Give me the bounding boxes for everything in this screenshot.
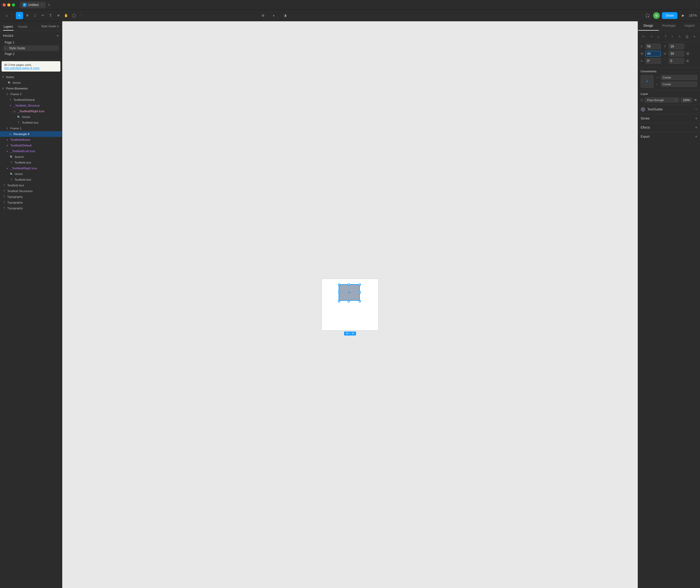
h-input[interactable]: [669, 51, 684, 57]
handle-bottom-left[interactable]: [338, 300, 340, 302]
layer-tf-text-3[interactable]: T Textfield text: [0, 177, 62, 183]
y-input[interactable]: [669, 44, 684, 49]
align-center-h[interactable]: ⊣: [648, 33, 654, 40]
frame-tool[interactable]: ⊞: [24, 12, 31, 19]
expand-corners-btn[interactable]: ⊞: [686, 59, 689, 63]
constraint-h-dropdown[interactable]: Center Left Right Scale: [661, 75, 697, 80]
layer-typography-3[interactable]: T Typography: [0, 205, 62, 211]
pen-tool[interactable]: ✏: [39, 12, 46, 19]
layer-typography-2[interactable]: T Typography: [0, 200, 62, 205]
layer-rectangle8[interactable]: □ Rectangle 8: [0, 131, 62, 137]
constraint-v-dropdown[interactable]: Center Top Bottom Scale: [661, 82, 697, 87]
position-size-section: X Y W H ⛓ ↻ ⌒ ⊞: [638, 41, 700, 68]
layer-icons-section[interactable]: # Icons: [0, 74, 62, 80]
tab-prototype[interactable]: Prototype: [659, 21, 680, 31]
handle-top-right[interactable]: [359, 284, 361, 286]
share-button[interactable]: Share: [662, 12, 677, 19]
lock-ratio-btn[interactable]: ⛓: [686, 51, 690, 56]
handle-bottom-mid[interactable]: [348, 300, 350, 302]
tab-design[interactable]: Design: [638, 21, 659, 31]
play-button[interactable]: ▶: [680, 12, 687, 19]
home-tool[interactable]: ⌂: [3, 12, 10, 19]
opacity-input[interactable]: [681, 97, 692, 103]
layer-search[interactable]: 🔍 Search: [0, 154, 62, 160]
align-top[interactable]: ⊤: [662, 33, 669, 40]
tab-close-icon[interactable]: ×: [41, 3, 43, 6]
right-icon-1: ◇: [12, 109, 17, 113]
layer-tf-text-2[interactable]: T Textfield text: [0, 160, 62, 165]
fill-color-swatch[interactable]: [641, 107, 645, 112]
add-stroke-button[interactable]: +: [695, 116, 697, 121]
corner-input[interactable]: [669, 58, 684, 64]
layer-typography-1[interactable]: T Typography: [0, 194, 62, 200]
add-page-button[interactable]: +: [57, 33, 59, 38]
blend-mode-select[interactable]: Pass through ∨: [645, 97, 679, 103]
text-tool[interactable]: T: [47, 12, 54, 19]
layer-tf-left[interactable]: ✦ _Textfield/Left Icon: [0, 148, 62, 154]
add-effect-button[interactable]: +: [695, 125, 697, 130]
active-tab[interactable]: F Untitled ×: [20, 2, 46, 8]
blend-mode-label: Pass through: [647, 99, 664, 102]
component-link-tool[interactable]: ⊛: [260, 12, 266, 19]
layer-tf-right[interactable]: ✦ _Textfield/Right Icon: [0, 165, 62, 171]
align-left[interactable]: ⊢: [641, 33, 647, 40]
handle-left-mid[interactable]: [338, 291, 340, 293]
layer-vector-3[interactable]: 🔍 Vector: [0, 171, 62, 177]
align-center-v[interactable]: ⊦: [670, 33, 676, 40]
layer-vector-2[interactable]: 🔍 Vector: [0, 114, 62, 120]
layer-textfield-default-1[interactable]: T Textfield/Default: [0, 97, 62, 103]
typo-1-icon: T: [2, 195, 6, 199]
handle-right-mid[interactable]: [359, 291, 361, 293]
visibility-toggle[interactable]: 👁: [694, 98, 697, 102]
distribute-v[interactable]: ≡: [691, 33, 697, 40]
upgrade-link[interactable]: Get unlimited pages & more: [4, 66, 39, 69]
align-right[interactable]: ⊥: [655, 33, 661, 40]
minimize-button[interactable]: [7, 3, 10, 6]
layer-tf-structures[interactable]: T Textfield Structures: [0, 188, 62, 194]
comment-tool[interactable]: ◯: [70, 12, 78, 19]
handle-top-mid[interactable]: [348, 284, 350, 286]
maximize-button[interactable]: [12, 3, 15, 6]
x-input[interactable]: [645, 44, 661, 49]
shape-tool[interactable]: □: [31, 12, 39, 19]
handle-bottom-right[interactable]: [359, 300, 361, 302]
remove-fill-button[interactable]: −: [695, 107, 697, 112]
layer-tf-default-2[interactable]: ✦ Textfield/Default: [0, 143, 62, 148]
w-input[interactable]: [645, 51, 661, 57]
more-options[interactable]: ···: [695, 3, 697, 6]
plugin-tool[interactable]: ♦: [270, 12, 277, 19]
rotation-input[interactable]: [645, 58, 661, 64]
page-item-2[interactable]: ✓ Style Guide: [3, 45, 59, 51]
layer-textfield-structure[interactable]: ✦ _Textfield_Structure: [0, 103, 62, 108]
tab-layers[interactable]: Layers: [3, 23, 13, 31]
close-button[interactable]: [3, 3, 6, 6]
component-tool[interactable]: ⊕: [55, 12, 62, 19]
layer-vector-1[interactable]: 🔍 Vector: [0, 80, 62, 86]
right-icon-1-label: _Textfield/Right Icon: [18, 110, 45, 113]
add-export-button[interactable]: +: [695, 134, 697, 139]
distribute-h[interactable]: |||: [684, 33, 690, 40]
audio-button[interactable]: 🎧: [644, 12, 651, 19]
page-item-1[interactable]: Page 1: [3, 40, 59, 45]
tf-structures-label: Textfield Structures: [7, 190, 33, 193]
style-guide-button[interactable]: Style Guide ∧: [41, 25, 59, 30]
handle-top-left[interactable]: [338, 284, 340, 286]
contrast-tool[interactable]: ◑: [282, 12, 289, 19]
layer-tf-active[interactable]: ✦ Textfield/Active: [0, 137, 62, 143]
layer-tf-text-root[interactable]: T Textfield text: [0, 183, 62, 188]
layer-frame1[interactable]: # Frame 1: [0, 125, 62, 131]
layer-textfield-text-1[interactable]: T Textfield text: [0, 120, 62, 125]
zoom-level[interactable]: 187%: [689, 14, 697, 17]
layer-frame2[interactable]: # Frame 2: [0, 91, 62, 97]
hand-tool[interactable]: ✋: [62, 12, 70, 19]
move-tool[interactable]: ↖: [16, 12, 23, 19]
tab-inspect[interactable]: Inspect: [679, 21, 700, 31]
align-bottom[interactable]: ⊧: [677, 33, 683, 40]
tab-assets[interactable]: Assets: [18, 23, 28, 31]
layer-form-section[interactable]: # Form Elements: [0, 86, 62, 91]
layer-right-icon-1[interactable]: ◇ _Textfield/Right Icon: [0, 108, 62, 114]
canvas[interactable]: + 44 × 34: [62, 21, 638, 588]
add-tab-button[interactable]: +: [48, 3, 50, 7]
page-item-3[interactable]: Page 2: [3, 51, 59, 57]
toolbar-center: ⊛ ♦ ◑: [260, 12, 289, 19]
